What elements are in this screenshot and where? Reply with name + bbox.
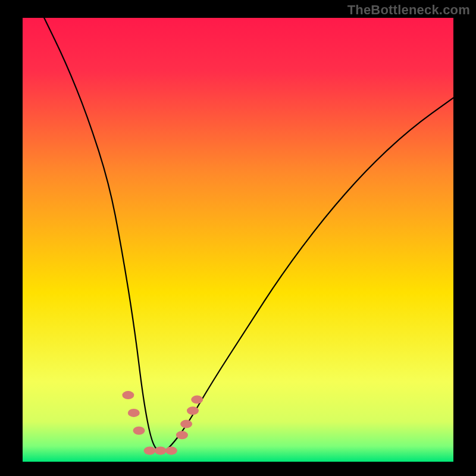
chart-container: TheBottleneck.com bbox=[0, 0, 476, 476]
marker-dot bbox=[180, 420, 192, 428]
marker-dot bbox=[128, 409, 140, 417]
marker-dot bbox=[133, 427, 145, 435]
marker-dot bbox=[191, 396, 203, 404]
marker-dot bbox=[165, 446, 177, 455]
marker-dot bbox=[176, 431, 188, 439]
marker-dot bbox=[144, 446, 156, 455]
chart-svg bbox=[0, 0, 476, 476]
plot-background bbox=[23, 18, 453, 462]
marker-dot bbox=[187, 406, 199, 415]
watermark-text: TheBottleneck.com bbox=[347, 2, 470, 18]
marker-dot bbox=[155, 446, 167, 455]
marker-dot bbox=[122, 391, 134, 399]
